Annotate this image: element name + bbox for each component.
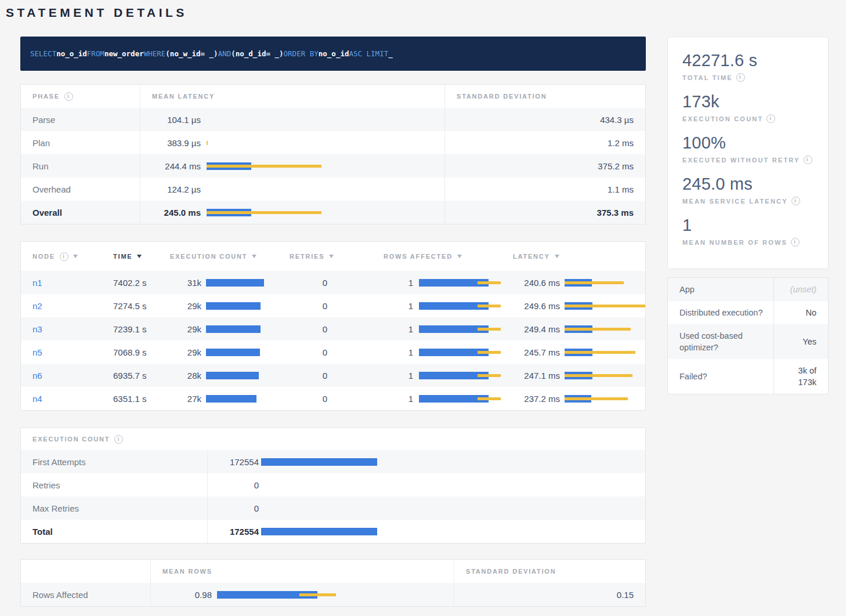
stat-value: 100% (682, 133, 814, 153)
stddev-bar-segment (565, 328, 631, 331)
execution-count-row: Retries0 (21, 473, 645, 497)
sort-arrow-icon (252, 255, 256, 258)
stddev-bar-segment (478, 374, 501, 377)
node-link[interactable]: n5 (32, 347, 42, 357)
info-icon[interactable]: i (64, 92, 73, 101)
stddev-bar-segment (207, 165, 321, 168)
execution-count-cell: 29k (158, 294, 278, 317)
node-row: n46351.1 s27k01237.2 ms (21, 387, 645, 410)
rows-affected-bar (419, 395, 501, 403)
mean-latency-column-header: MEAN LATENCY (140, 85, 444, 108)
node-link[interactable]: n3 (32, 324, 42, 334)
column-header-time[interactable]: TIME (100, 242, 158, 271)
details-value: 3k of 173k (773, 359, 828, 394)
latency-cell: 240.6 ms (501, 271, 645, 294)
rows-affected-bar (419, 302, 501, 310)
rows-affected-value: 1 (384, 324, 413, 334)
mean-bar-segment (206, 279, 264, 287)
sort-arrow-icon (555, 255, 559, 258)
mean-rows-header-label: MEAN ROWS (162, 568, 212, 575)
mean-bar-segment (261, 458, 377, 466)
sql-token: AND (218, 49, 232, 58)
stddev-value: 375.3 ms (444, 201, 645, 224)
details-row: Distributed execution?No (668, 301, 828, 324)
stat-mean-service-latency: 245.0 ms MEAN SERVICE LATENCYi (682, 175, 814, 205)
latency-distribution-bar (207, 162, 444, 170)
execution-count-title-label: EXECUTION COUNT (32, 436, 110, 443)
time-cell: 6351.1 s (100, 387, 158, 410)
phase-row: Plan383.9 µs1.2 ms (21, 131, 645, 154)
node-link[interactable]: n2 (32, 301, 42, 311)
latency-value: 249.4 ms (513, 324, 560, 334)
execution-count-value-cell: 172554 (207, 450, 645, 473)
latency-value: 240.6 ms (513, 278, 560, 288)
rows-affected-value: 1 (384, 371, 413, 381)
details-value: No (773, 301, 828, 324)
execution-count-value: 28k (170, 371, 201, 381)
stddev-bar-segment (565, 351, 635, 354)
phase-label: Run (21, 154, 140, 177)
node-link[interactable]: n1 (32, 278, 42, 288)
retries-cell: 0 (278, 317, 372, 340)
column-header-retries[interactable]: RETRIES (278, 242, 372, 271)
column-header-label: TIME (113, 253, 132, 260)
latency-bar (565, 325, 645, 333)
sql-statement-bar: SELECT no_o_id FROM new_order WHERE (no_… (20, 37, 646, 71)
time-cell: 7239.1 s (100, 317, 158, 340)
stddev-header-label: STANDARD DEVIATION (457, 93, 547, 100)
latency-distribution-bar (207, 209, 444, 216)
rows-affected-table: MEAN ROWS STANDARD DEVIATION Rows Affect… (20, 559, 646, 607)
execution-count-title: EXECUTION COUNT i (21, 428, 123, 450)
latency-cell: 249.4 ms (501, 317, 645, 340)
execution-count-cell: 29k (158, 340, 278, 364)
execution-count-value: 172554 (208, 527, 259, 537)
details-label: App (668, 278, 773, 301)
sql-token: ORDER BY (284, 49, 319, 58)
sort-arrow-icon (137, 255, 142, 258)
rows-affected-cell: 1 (372, 294, 501, 317)
execution-count-value: 29k (170, 324, 201, 334)
phase-row: Overhead124.2 µs1.1 ms (21, 177, 645, 201)
stat-execution-count: 173k EXECUTION COUNTi (682, 92, 814, 123)
execution-count-cell: 29k (158, 317, 278, 340)
sql-token: new_order (104, 49, 144, 58)
mean-latency-cell: 244.4 ms (140, 154, 444, 177)
column-header-node[interactable]: NODEi (21, 242, 100, 271)
mean-bar-segment (206, 395, 256, 403)
node-link[interactable]: n4 (32, 394, 42, 404)
execution-count-value-cell: 0 (207, 473, 645, 497)
execution-count-row: First Attempts172554 (21, 450, 645, 473)
stddev-bar-segment (207, 211, 321, 214)
stddev-value: 1.2 ms (444, 131, 645, 154)
node-cell: n4 (21, 387, 100, 410)
execution-count-value: 0 (208, 480, 259, 490)
execution-count-bar (206, 302, 278, 310)
info-icon[interactable]: i (791, 238, 800, 247)
stat-label: TOTAL TIME (682, 74, 733, 81)
details-row: Used cost-based optimizer?Yes (668, 324, 828, 359)
column-header-latency[interactable]: LATENCY (501, 242, 645, 271)
info-icon[interactable]: i (767, 114, 775, 123)
info-icon[interactable]: i (736, 73, 745, 82)
execution-count-table-header: EXECUTION COUNT i (21, 428, 645, 450)
rows-affected-bar (419, 325, 501, 333)
info-icon[interactable]: i (114, 435, 123, 444)
info-icon[interactable]: i (60, 252, 68, 261)
rows-affected-bar (419, 372, 501, 379)
mean-latency-cell: 383.9 µs (140, 131, 444, 154)
info-icon[interactable]: i (804, 155, 812, 164)
info-icon[interactable]: i (791, 197, 800, 205)
column-header-execution-count[interactable]: EXECUTION COUNT (158, 242, 278, 271)
execution-count-bar (206, 325, 278, 333)
details-panel: App(unset)Distributed execution?NoUsed c… (667, 277, 829, 394)
column-header-label: RETRIES (290, 253, 324, 260)
latency-cell: 237.2 ms (501, 387, 645, 410)
rows-affected-row-label: Rows Affected (21, 583, 150, 606)
execution-count-table: EXECUTION COUNT i First Attempts172554Re… (20, 427, 646, 543)
sql-token: no_o_id (319, 49, 349, 58)
node-link[interactable]: n6 (32, 371, 42, 381)
node-row: n66935.7 s28k01247.1 ms (21, 364, 645, 387)
stat-label: EXECUTION COUNT (682, 115, 763, 122)
column-header-rows-affected[interactable]: ROWS AFFECTED (372, 242, 501, 271)
node-cell: n1 (21, 271, 100, 294)
